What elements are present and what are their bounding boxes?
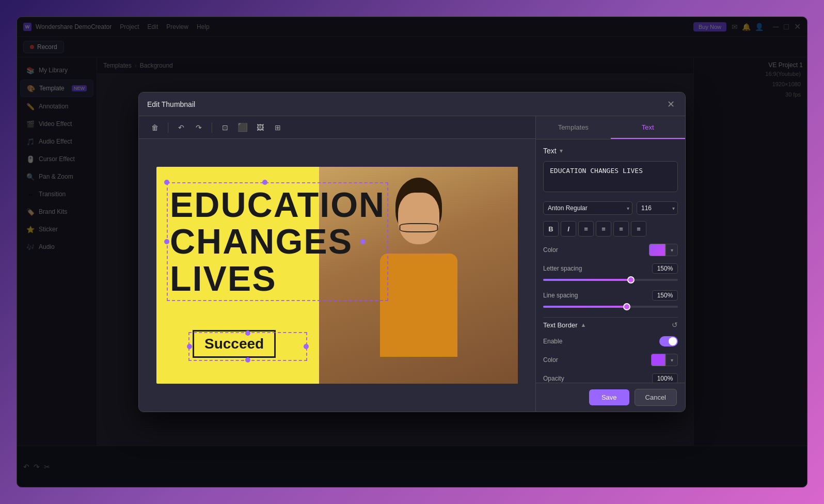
- opacity-label: Opacity: [543, 375, 564, 382]
- redo-tool-button[interactable]: ↷: [191, 120, 207, 135]
- tab-templates-label: Templates: [558, 123, 589, 131]
- letter-spacing-thumb[interactable]: [627, 276, 635, 284]
- thumbnail-succeed-text: Succeed: [204, 336, 264, 352]
- modal-canvas: 🗑 ↶ ↷ ⊡ ⬛ 🖼 ⊞: [139, 116, 535, 412]
- modal-canvas-content[interactable]: EDUCATIONCHANGESLIVES: [139, 139, 535, 412]
- line-spacing-header: Line spacing 150%: [543, 290, 678, 301]
- letter-spacing-label: Letter spacing: [543, 265, 582, 272]
- modal-header: Edit Thumbnail ✕: [139, 92, 685, 116]
- modal-title: Edit Thumbnail: [147, 100, 195, 108]
- enable-row: Enable: [543, 336, 678, 346]
- font-family-select[interactable]: Anton Regular: [543, 201, 632, 215]
- line-spacing-label: Line spacing: [543, 292, 578, 299]
- line-spacing-track[interactable]: [543, 306, 678, 308]
- edit-thumbnail-modal: Edit Thumbnail ✕ 🗑 ↶ ↷ ⊡ ⬛ 🖼: [138, 92, 686, 412]
- modal-toolbar: 🗑 ↶ ↷ ⊡ ⬛ 🖼 ⊞: [139, 116, 535, 139]
- font-family-wrapper: Anton Regular ▾: [543, 201, 632, 215]
- enable-toggle-wrapper: [659, 336, 678, 346]
- undo-tool-button[interactable]: ↶: [173, 120, 189, 135]
- tab-text[interactable]: Text: [611, 116, 686, 139]
- line-spacing-value[interactable]: 150%: [652, 290, 678, 301]
- border-color-row: Color ▾: [543, 354, 678, 366]
- font-size-wrapper: 116 ▾: [637, 201, 678, 215]
- thumbnail-main-text: EDUCATIONCHANGESLIVES: [170, 186, 385, 297]
- italic-button[interactable]: I: [561, 221, 576, 237]
- align-justify-button[interactable]: ≡: [631, 221, 646, 237]
- color-dropdown-arrow[interactable]: ▾: [665, 244, 678, 256]
- image-tool-button[interactable]: 🖼: [252, 120, 268, 135]
- font-size-select[interactable]: 116: [637, 201, 678, 215]
- line-spacing-container: Line spacing 150%: [543, 290, 678, 310]
- font-row: Anton Regular ▾ 116 ▾: [543, 201, 678, 215]
- toolbar-sep-1: [168, 122, 168, 133]
- opacity-container: Opacity 100%: [543, 373, 678, 383]
- enable-toggle[interactable]: [659, 336, 678, 346]
- color-row: Color ▾: [543, 244, 678, 256]
- tab-text-label: Text: [642, 123, 654, 131]
- text-dropdown-arrow[interactable]: ▾: [560, 147, 563, 154]
- bold-button[interactable]: B: [543, 221, 559, 237]
- border-color-swatch[interactable]: [651, 354, 665, 366]
- text-border-section-header: Text Border ▲ ↺: [543, 317, 678, 329]
- group-tool-button[interactable]: ⊞: [270, 120, 286, 135]
- modal-right-panel: Templates Text Text ▾: [535, 116, 685, 412]
- thumbnail-succeed-box: Succeed: [193, 330, 276, 358]
- format-row: B I ≡ ≡ ≡ ≡: [543, 221, 678, 237]
- letter-spacing-track[interactable]: [543, 279, 678, 281]
- toggle-knob: [669, 337, 677, 345]
- modal-body: 🗑 ↶ ↷ ⊡ ⬛ 🖼 ⊞: [139, 116, 685, 412]
- letter-spacing-container: Letter spacing 150%: [543, 263, 678, 283]
- border-color-label: Color: [543, 356, 584, 364]
- color-group: ▾: [649, 244, 678, 256]
- tab-templates[interactable]: Templates: [536, 116, 611, 139]
- export-tool-button[interactable]: ⬛: [235, 120, 250, 135]
- modal-overlay: Edit Thumbnail ✕ 🗑 ↶ ↷ ⊡ ⬛ 🖼: [17, 17, 807, 487]
- line-spacing-thumb[interactable]: [623, 303, 630, 310]
- text-border-label: Text Border: [543, 321, 577, 329]
- cancel-button[interactable]: Cancel: [635, 389, 677, 406]
- text-border-arrow[interactable]: ▲: [580, 322, 586, 328]
- app-window: W Wondershare DemoCreator Project Edit P…: [17, 17, 807, 487]
- line-spacing-fill: [543, 306, 627, 308]
- crop-tool-button[interactable]: ⊡: [217, 120, 233, 135]
- modal-close-button[interactable]: ✕: [664, 98, 677, 111]
- save-button[interactable]: Save: [589, 389, 629, 405]
- reset-border-button[interactable]: ↺: [672, 321, 678, 329]
- text-section-label: Text: [543, 147, 557, 155]
- opacity-value[interactable]: 100%: [652, 373, 678, 383]
- letter-spacing-header: Letter spacing 150%: [543, 263, 678, 274]
- modal-footer: Save Cancel: [536, 383, 685, 412]
- letter-spacing-fill: [543, 279, 631, 281]
- color-label: Color: [543, 246, 584, 254]
- border-color-group: ▾: [651, 354, 678, 366]
- delete-tool-button[interactable]: 🗑: [147, 120, 163, 135]
- text-content-input[interactable]: EDUCATION CHANGES LIVES: [543, 161, 678, 192]
- border-color-dropdown[interactable]: ▾: [665, 354, 678, 366]
- thumbnail-preview[interactable]: EDUCATIONCHANGESLIVES: [156, 167, 518, 384]
- toolbar-sep-2: [212, 122, 212, 133]
- thumbnail-text-block: EDUCATIONCHANGESLIVES: [167, 182, 363, 301]
- opacity-header: Opacity 100%: [543, 373, 678, 383]
- enable-label: Enable: [543, 338, 584, 345]
- panel-tabs: Templates Text: [536, 116, 685, 139]
- text-border-title: Text Border ▲: [543, 321, 586, 329]
- align-center-button[interactable]: ≡: [596, 221, 611, 237]
- letter-spacing-value[interactable]: 150%: [652, 263, 678, 274]
- color-swatch[interactable]: [649, 244, 665, 256]
- align-left-button[interactable]: ≡: [578, 221, 594, 237]
- align-right-button[interactable]: ≡: [613, 221, 629, 237]
- panel-content: Text ▾ EDUCATION CHANGES LIVES Anton Reg…: [536, 139, 685, 383]
- text-header: Text ▾: [543, 147, 678, 155]
